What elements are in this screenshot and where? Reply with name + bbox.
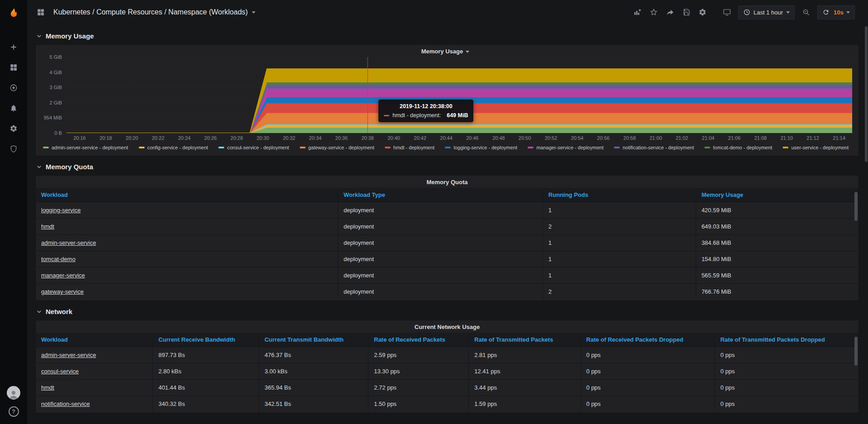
received-packets-dropped-cell: 0 pps [580,363,715,379]
shield-icon [9,145,18,153]
legend-item[interactable]: manager-service - deployment [528,145,604,150]
legend-item[interactable]: user-service - deployment [783,145,849,150]
time-range-picker[interactable]: Last 1 hour [738,5,795,19]
x-axis-tick: 20:30 [257,135,269,141]
workload-link[interactable]: hmdt [41,223,54,230]
x-axis-tick: 21:04 [702,135,715,141]
panel-title-network[interactable]: Current Network Usage [36,320,859,333]
column-header-received-packets-dropped[interactable]: Rate of Received Packets Dropped [580,333,715,347]
sidebar-item-create[interactable] [8,42,19,52]
row-toggle-memory-usage[interactable]: Memory Usage [36,30,859,42]
table-row: tomcat-demo deployment 1 154.80 MiB [36,251,859,267]
legend-item[interactable]: tomcat-demo - deployment [704,145,772,150]
legend-series-label: tomcat-demo - deployment [713,145,772,150]
dashboard-grid-button[interactable] [33,5,48,19]
panel-title-memory-quota[interactable]: Memory Quota [36,176,859,188]
legend-series-label: logging-service - deployment [453,145,517,150]
refresh-group: 10s [817,5,855,19]
x-axis-tick: 20:18 [99,135,112,141]
gear-icon [698,8,707,16]
dashboard-settings-button[interactable] [695,5,710,19]
network-usage-panel: Current Network Usage Workload Current R… [35,320,859,413]
workload-link[interactable]: logging-service [41,207,80,214]
column-header-transmitted-packets[interactable]: Rate of Transmitted Packets [468,333,580,347]
workload-link[interactable]: hmdt [41,384,54,391]
legend-series-dash [300,147,306,148]
legend-series-label: hmdt - deployment [393,145,434,150]
row-toggle-network[interactable]: Network [36,305,859,317]
star-button[interactable] [646,5,661,19]
workload-link[interactable]: consul-service [41,368,79,375]
column-header-received-packets[interactable]: Rate of Received Packets [368,333,468,347]
table-header-row: Workload Current Receive Bandwidth Curre… [36,333,859,347]
column-header-workload[interactable]: Workload [36,188,338,202]
received-packets-cell: 2.72 pps [368,379,468,395]
save-button[interactable] [679,5,693,19]
legend-item[interactable]: config-service - deployment [139,145,208,150]
section-network: Network Current Network Usage Workload C… [35,305,859,413]
transmitted-packets-dropped-cell: 0 pps [714,347,859,363]
column-header-transmit-bandwidth[interactable]: Current Transmit Bandwidth [259,333,368,347]
sidebar-item-explore[interactable] [8,82,19,93]
tooltip-series-label: hmdt - deployment: [392,112,441,119]
sidebar-bottom: ? [7,386,20,417]
page-scrollbar[interactable] [865,26,868,162]
legend-item[interactable]: gateway-service - deployment [300,145,374,150]
panel-title-memory-usage[interactable]: Memory Usage [38,45,852,57]
chevron-down-icon [36,33,42,39]
dashboard-title[interactable]: Kubernetes / Compute Resources / Namespa… [53,8,255,16]
legend-item[interactable]: hmdt - deployment [385,145,434,150]
x-axis-tick: 20:52 [545,135,557,141]
legend-series-dash [445,147,451,148]
scrollbar-thumb[interactable] [854,337,858,366]
x-axis-tick: 20:44 [440,135,453,141]
running-pods-cell: 1 [542,251,696,267]
refresh-interval-picker[interactable]: 10s [834,9,850,16]
sidebar-item-alerting[interactable] [8,103,19,114]
column-header-workload[interactable]: Workload [36,333,152,347]
memory-quota-table: Workload Workload Type Running Pods Memo… [36,188,859,300]
cycle-view-mode-button[interactable] [720,5,734,19]
workload-link[interactable]: notification-service [41,400,90,407]
x-axis-tick: 20:24 [178,135,191,141]
legend-series-dash [528,147,533,148]
legend-series-dash [43,147,49,148]
user-avatar[interactable] [7,386,20,400]
table-row: admin-server-service 897.73 Bs 476.37 Bs… [36,347,859,363]
share-button[interactable] [663,5,677,19]
sidebar-item-dashboards[interactable] [8,62,19,73]
legend-item[interactable]: logging-service - deployment [445,145,517,150]
legend-item[interactable]: consul-service - deployment [218,145,289,150]
column-header-workload-type[interactable]: Workload Type [338,188,542,202]
scrollbar-thumb[interactable] [854,192,858,221]
legend-item[interactable]: admin-server-service - deployment [43,145,128,150]
row-toggle-memory-quota[interactable]: Memory Quota [36,161,859,172]
add-panel-button[interactable] [630,5,645,19]
workload-link[interactable]: tomcat-demo [41,256,75,262]
x-axis-tick: 20:54 [571,135,584,141]
table-body: logging-service deployment 1 420.59 MiB … [36,202,859,300]
column-header-running-pods[interactable]: Running Pods [542,188,696,202]
table-scrollbar[interactable] [854,337,858,410]
column-header-memory-usage[interactable]: Memory Usage [696,188,859,202]
sidebar-item-help[interactable]: ? [8,406,19,417]
grafana-logo[interactable] [0,0,27,25]
y-axis-tick: 0 B [54,130,62,136]
workload-link[interactable]: admin-server-service [41,352,96,358]
refresh-button[interactable] [822,9,830,16]
zoom-out-button[interactable] [799,5,813,19]
workload-link[interactable]: manager-service [41,272,85,279]
legend-item[interactable]: notification-service - deployment [614,145,694,150]
table-row: hmdt deployment 2 649.03 MiB [36,218,859,234]
sidebar-item-server-admin[interactable] [8,143,19,154]
workload-link[interactable]: gateway-service [41,288,84,295]
sidebar-item-configuration[interactable] [8,123,19,134]
workload-link[interactable]: admin-server-service [41,239,96,246]
column-header-transmitted-packets-dropped[interactable]: Rate of Transmitted Packets Dropped [714,333,859,347]
transmit-bandwidth-cell: 476.37 Bs [259,347,368,363]
chevron-down-icon [36,164,42,170]
x-axis-tick: 21:10 [780,135,793,141]
memory-usage-panel: Memory Usage 0 B954 MiB2 GiB3 GiB4 GiB5 … [35,44,859,156]
column-header-receive-bandwidth[interactable]: Current Receive Bandwidth [152,333,259,347]
table-scrollbar[interactable] [854,192,858,298]
